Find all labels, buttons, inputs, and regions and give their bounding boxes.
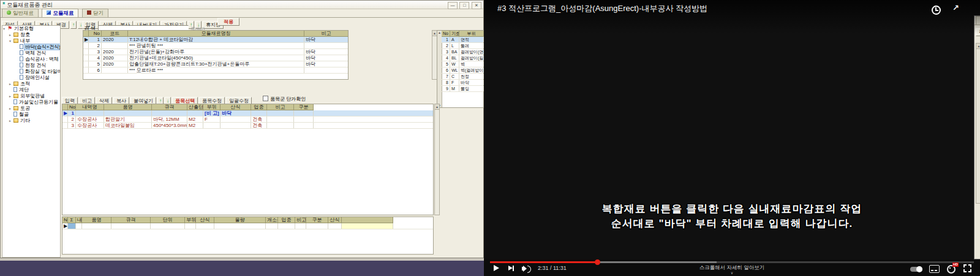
tree-item[interactable]: 습식공사 : 벽체 및 천정 [2, 56, 60, 63]
cell-code: 2020 [102, 49, 128, 55]
table-row[interactable]: ▶ 1 [비 고] 바닥 [62, 110, 433, 117]
tree-node-icon [13, 82, 18, 86]
table-row[interactable]: 6 *** 모르타르 *** [83, 67, 348, 74]
captions-icon[interactable] [929, 265, 940, 273]
column-header: Σ [68, 217, 76, 223]
table-body: ▶ [62, 223, 433, 229]
panel-row[interactable]: 3 BA 걸레받이(면적) [442, 49, 483, 55]
tree-item[interactable]: ▸창호 [2, 32, 60, 38]
cell-trade: 건축 [251, 123, 267, 128]
tree-item[interactable]: 천정 건식 [2, 63, 60, 69]
unit-price-checkbox[interactable] [263, 96, 268, 101]
tree-item[interactable]: ▸기타 [2, 118, 60, 124]
column-header: 구분 [306, 217, 328, 223]
tree-node-icon [13, 39, 18, 43]
tree-item[interactable]: ▾내부 [2, 38, 60, 44]
table-body: ▶ 1 [비 고] 바닥 2 수장공사 [62, 110, 433, 129]
panel-row[interactable]: 6 WL 벽(걸레받이공제) [442, 67, 483, 74]
tree-item-label: 계단 [18, 87, 29, 93]
tree-item[interactable]: ▸외부및판넬 [2, 93, 60, 99]
cell-part: [비 고] [203, 110, 221, 116]
table-row[interactable]: 3 2020 전기판넬(온돌)+강화마루 바닥 [83, 49, 348, 55]
progress-bar[interactable] [490, 261, 974, 263]
tree-expander-icon[interactable]: ▾ [9, 38, 13, 44]
column-header: No [89, 31, 102, 37]
cell-name: *** 모르타르 *** [128, 67, 304, 73]
cell-code: 2020 [102, 55, 128, 61]
tree-item[interactable]: ▸토공 [2, 105, 60, 112]
toolbar-button[interactable]: ↑ [70, 21, 77, 29]
tree-expander-icon[interactable]: ▸ [9, 118, 13, 124]
detail-scrollbar[interactable] [434, 104, 440, 215]
cell-part: 둘레 [459, 43, 484, 48]
cell-trade: 건축 [251, 117, 267, 122]
chevron-down-icon[interactable] [484, 270, 980, 275]
tree-item[interactable]: 벽체 건식 [2, 50, 60, 56]
scroll-up-icon[interactable] [438, 31, 441, 34]
table-header-row: No코드모듈재료명칭비고 [83, 31, 348, 37]
tree-expander-icon[interactable]: ▸ [9, 93, 13, 99]
panel-row[interactable]: 1 A 면적 [442, 37, 483, 43]
cell [278, 223, 295, 229]
cell-symbol: WL [450, 67, 459, 73]
column-header: No [442, 31, 450, 37]
cell [68, 223, 76, 229]
column-header: 규격 [111, 217, 151, 223]
general-material-icon [7, 10, 11, 15]
row-marker [83, 43, 89, 48]
tree-node-icon [13, 118, 18, 123]
cell-no: 3 [68, 123, 76, 128]
table-row[interactable]: 5 2020 압출단열재T:20+경량콘크리트T:30+전기판넬+온돌마루 바닥 [83, 61, 348, 67]
watch-later-icon[interactable] [932, 6, 941, 15]
cell-part: 벽(걸레받이공제) [459, 67, 484, 73]
tree-expander-icon[interactable]: ▸ [9, 32, 13, 38]
column-header: 기호 [450, 31, 459, 37]
cell-part: 벽 [459, 61, 484, 67]
column-header [83, 31, 89, 37]
part-symbol-panel: No기호부위 1 A 면적 2 L 둘레 3 BA [437, 30, 484, 108]
settings-gear-icon[interactable]: HD [947, 265, 956, 274]
autoplay-toggle[interactable] [910, 267, 922, 272]
tree-item[interactable]: 철골 [2, 112, 60, 118]
apply-button[interactable]: 적용 [217, 18, 239, 26]
table-row[interactable]: ▶ [62, 223, 433, 229]
tree-item-label: 바닥(습식+건식) [24, 44, 61, 50]
tree-item[interactable]: 바닥(습식+건식) [2, 44, 60, 50]
tab-general-material[interactable]: 일반재료 [2, 9, 39, 17]
fullscreen-icon[interactable] [963, 264, 971, 272]
tree-item-label: 습식공사 : 벽체 및 천정 [24, 56, 61, 62]
tab-module-material[interactable]: 모듈재료 [42, 9, 78, 17]
tree-expander-icon[interactable]: ▸ [9, 81, 13, 87]
panel-row[interactable]: 9 M 몰딩 [442, 86, 483, 92]
share-icon[interactable] [952, 3, 959, 12]
video-title[interactable]: #3 적산프로그램_아성마감(AsungErect)-내부공사 작성방법 [497, 3, 707, 14]
tree-item[interactable]: 가설및신규등기물 [2, 99, 60, 105]
tree-expander-icon[interactable]: ▸ [9, 105, 13, 112]
tree-item[interactable]: ▸조적 [2, 81, 60, 87]
row-marker: ▶ [62, 223, 68, 229]
row-marker [83, 55, 89, 61]
table-row[interactable]: 2 수장공사 합판깔기 바닥, 12MM M2 F 건축 [62, 117, 433, 123]
panel-row[interactable]: 4 BL 걸레받이(길이) [442, 55, 483, 61]
table-row[interactable]: 2 *** 판넬히팅 *** [83, 43, 348, 49]
table-row[interactable]: 3 수장공사 데코타일붙임 450*450*3.0mm (왁스무) M2 건축 [62, 123, 433, 129]
table-row[interactable]: ▶ 1 2020 T:12내수합판 + 데코타일마감 바닥 [83, 37, 348, 43]
tab-close[interactable]: 닫기 [82, 9, 108, 17]
tree-item[interactable]: 계단 [2, 87, 60, 93]
tree-item[interactable]: 장애인시설 [2, 75, 60, 81]
panel-row[interactable]: 5 W 벽 [442, 61, 483, 67]
row-marker [83, 49, 89, 55]
windows-taskbar: e A * 한 A 오후 4:492021-02-17 [0, 261, 484, 276]
tab-label: 모듈재료 [53, 10, 74, 16]
tree-item[interactable]: 화장실 및 타일마감 [2, 69, 60, 75]
row-marker [83, 67, 89, 73]
titlebar[interactable]: *모듈재료품종 관리 — □ ✕ [1, 1, 483, 9]
table-row[interactable]: 4 2020 전기판넬+데코타일(450*450) 바닥 [83, 55, 348, 61]
panel-row[interactable]: 2 L 둘레 [442, 43, 483, 49]
tree-item[interactable]: ▾기본유형 [2, 26, 60, 32]
panel-row[interactable]: 7 C 천정 [442, 74, 483, 80]
tree-node-icon [13, 106, 18, 110]
panel-row[interactable]: 8 F 바닥 [442, 80, 483, 86]
cell-formula [221, 123, 251, 128]
tree-expander-icon[interactable]: ▾ [3, 26, 7, 32]
